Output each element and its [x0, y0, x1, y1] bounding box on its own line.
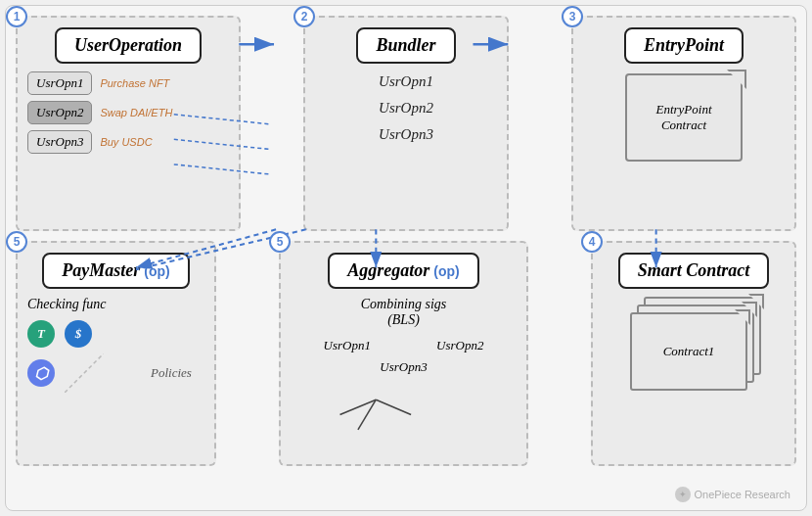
- section-bundler: 2 Bundler UsrOpn1 UsrOpn2 UsrOpn3: [303, 16, 509, 231]
- paymaster-header-text: PayMaster: [62, 260, 140, 280]
- list-item: UsrOpn3: [379, 126, 433, 143]
- contract-stack: Contract1: [630, 297, 757, 404]
- bottom-space-1: [228, 241, 267, 466]
- entrypoint-header-wrap: EntryPoint: [583, 27, 785, 64]
- entrypoint-contract-label: EntryPointContract: [655, 102, 711, 133]
- smartcontract-header: Smart Contract: [618, 253, 770, 289]
- watermark: ✦ OnePiece Research: [675, 487, 790, 502]
- section-number-4: 4: [581, 231, 603, 253]
- aggregator-header-text: Aggregator: [347, 260, 429, 280]
- section-paymaster: 5 PayMaster(op) Checking func T $ ⬡: [16, 241, 216, 466]
- entrypoint-header: EntryPoint: [624, 27, 744, 64]
- aggregator-op-label: (op): [433, 263, 459, 279]
- arrow-space-1: [252, 16, 292, 231]
- userop-header-wrap: UserOperation: [27, 27, 229, 64]
- section-number-1: 1: [6, 6, 27, 27]
- top-row: 1 UserOperation UsrOpn1 Purchase NFT Usr…: [16, 16, 796, 231]
- contract-box-front: Contract1: [630, 312, 747, 391]
- paymaster-content: Checking func T $ ⬡ Policies: [27, 297, 204, 393]
- userop-label-3: UsrOpn3: [27, 130, 92, 154]
- list-item: UsrOpn2: [379, 100, 433, 117]
- section-useroperation: 1 UserOperation UsrOpn1 Purchase NFT Usr…: [16, 16, 241, 231]
- bundler-header: Bundler: [356, 27, 455, 64]
- watermark-text: OnePiece Research: [695, 489, 790, 500]
- section-number-5b: 5: [269, 231, 291, 253]
- bottom-space-2: [540, 241, 579, 466]
- paymaster-header-wrap: PayMaster(op): [27, 253, 204, 289]
- bundler-items-list: UsrOpn1 UsrOpn2 UsrOpn3: [315, 73, 497, 143]
- aggregator-op3: UsrOpn3: [291, 359, 517, 375]
- list-item: UsrOpn3 Buy USDC: [27, 130, 229, 154]
- arrow-space-2: [520, 16, 560, 231]
- section-entrypoint: 3 EntryPoint EntryPointContract: [571, 16, 796, 231]
- policies-label: Policies: [151, 365, 192, 381]
- eth-policies-row: ⬡ Policies: [27, 353, 204, 393]
- smartcontract-header-wrap: Smart Contract: [603, 253, 785, 289]
- userop-desc-1: Purchase NFT: [100, 77, 169, 89]
- main-diagram: 1 UserOperation UsrOpn1 Purchase NFT Usr…: [5, 5, 807, 511]
- userop-label-1: UsrOpn1: [27, 71, 92, 95]
- userop-items-list: UsrOpn1 Purchase NFT UsrOpn2 Swap DAI/ET…: [27, 71, 229, 154]
- checking-func-label: Checking func: [27, 297, 204, 312]
- list-item: UsrOpn2: [436, 338, 483, 353]
- bottom-row: 5 PayMaster(op) Checking func T $ ⬡: [16, 241, 796, 466]
- list-item: UsrOpn1: [379, 73, 433, 90]
- contract1-label: Contract1: [663, 344, 715, 359]
- userop-desc-3: Buy USDC: [100, 136, 152, 148]
- section-number-3: 3: [562, 6, 583, 27]
- tether-coin: T: [27, 320, 55, 348]
- list-item: UsrOpn1: [324, 338, 371, 353]
- list-item: UsrOpn1 Purchase NFT: [27, 71, 229, 95]
- svg-line-14: [65, 353, 104, 393]
- section-aggregator: 5 Aggregator(op) Combining sigs(BLS) Usr…: [279, 241, 528, 466]
- diagonal-lines-svg: [65, 353, 104, 393]
- usdc-coin: $: [65, 320, 92, 348]
- section-number-5a: 5: [6, 231, 27, 253]
- list-item: UsrOpn2 Swap DAI/ETH: [27, 101, 229, 124]
- aggregator-header-wrap: Aggregator(op): [291, 253, 517, 289]
- entrypoint-contract-box: EntryPointContract: [625, 73, 743, 162]
- userop-header: UserOperation: [55, 27, 202, 64]
- bundler-header-wrap: Bundler: [315, 27, 497, 64]
- section-number-2: 2: [293, 6, 315, 27]
- section-smartcontract: 4 Smart Contract Contract1: [591, 241, 796, 466]
- watermark-icon: ✦: [675, 487, 691, 502]
- aggregator-content: Combining sigs(BLS) UsrOpn1 UsrOpn2 UsrO…: [291, 297, 517, 375]
- paymaster-header: PayMaster(op): [42, 253, 189, 289]
- userop-label-2: UsrOpn2: [27, 101, 92, 124]
- combining-sigs-label: Combining sigs(BLS): [291, 297, 517, 328]
- userop-desc-2: Swap DAI/ETH: [100, 107, 172, 118]
- paymaster-op-label: (op): [144, 263, 169, 279]
- coin-row: T $: [27, 320, 204, 348]
- eth-coin: ⬡: [27, 359, 55, 387]
- aggregator-header: Aggregator(op): [328, 253, 478, 289]
- dashed-diagonal-box: [65, 353, 104, 393]
- aggregator-ops-row: UsrOpn1 UsrOpn2: [291, 338, 517, 353]
